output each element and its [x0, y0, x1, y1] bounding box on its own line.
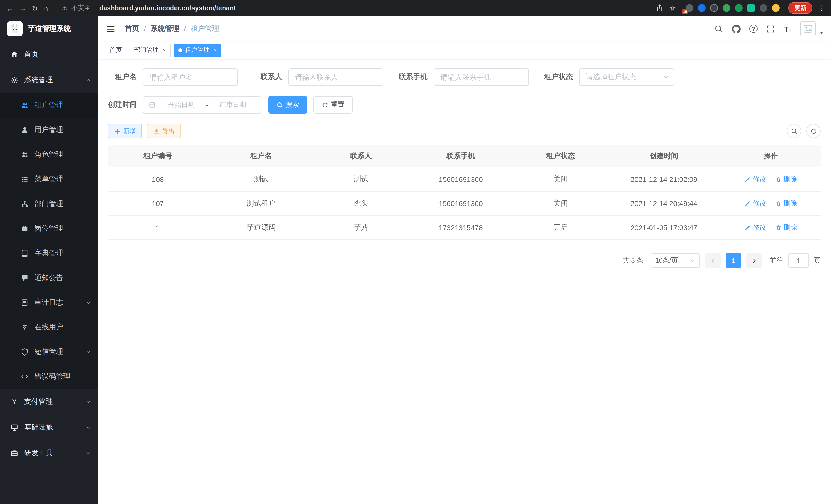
sidebar-item-system[interactable]: 系统管理 — [0, 67, 98, 93]
browser-extension-icon-1[interactable]: 10 — [686, 4, 693, 12]
browser-extension-icon-2[interactable] — [698, 4, 706, 12]
back-icon[interactable]: ← — [6, 4, 13, 11]
omnibox-divider — [95, 5, 95, 11]
table-row: 1 芋道源码 芋艿 17321315478 开启 2021-01-05 17:0… — [108, 215, 821, 240]
chevron-down-icon — [85, 450, 91, 456]
sidebar-item-home[interactable]: 首页 — [0, 41, 98, 67]
sidebar-item-menu[interactable]: 菜单管理 — [0, 167, 98, 191]
sidebar-item-dict[interactable]: 字典管理 — [0, 241, 98, 266]
delete-button[interactable]: 删除 — [775, 175, 797, 184]
avatar-caret-icon[interactable]: ▾ — [820, 30, 823, 36]
forward-icon[interactable]: → — [19, 4, 26, 11]
reset-button[interactable]: 重置 — [314, 96, 352, 114]
create-time-range-picker[interactable]: 开始日期 - 结束日期 — [143, 96, 261, 114]
fullscreen-icon[interactable] — [767, 24, 775, 33]
page-size-select[interactable]: 10条/页 — [651, 253, 700, 268]
toolbar-row: 新增 导出 — [108, 124, 821, 138]
breadcrumb-home[interactable]: 首页 — [125, 24, 139, 33]
browser-extension-icon-7[interactable] — [760, 4, 767, 12]
sidebar-item-role[interactable]: 角色管理 — [0, 142, 98, 167]
sidebar-item-online-user[interactable]: 在线用户 — [0, 315, 98, 339]
tab-close-icon[interactable]: × — [213, 47, 217, 53]
cell-status: 关闭 — [514, 167, 607, 191]
sidebar-item-notice[interactable]: 通知公告 — [0, 266, 98, 290]
help-icon[interactable]: ? — [749, 25, 758, 33]
sidebar-item-label: 在线用户 — [34, 323, 63, 332]
sidebar-collapse-icon[interactable] — [106, 24, 116, 34]
chevron-left-icon — [710, 258, 716, 263]
share-icon[interactable] — [656, 4, 664, 12]
tenant-name-input[interactable] — [143, 68, 238, 86]
next-page-button[interactable] — [746, 253, 762, 268]
prev-page-button[interactable] — [705, 253, 720, 268]
browser-extension-icon-4[interactable] — [722, 4, 730, 12]
sidebar-item-label: 支付管理 — [24, 397, 53, 406]
column-header-created: 创建时间 — [607, 145, 721, 167]
tab-dept[interactable]: 部门管理 × — [130, 43, 171, 57]
browser-update-button[interactable]: 更新 — [789, 2, 812, 14]
delete-button[interactable]: 删除 — [775, 223, 797, 232]
sidebar-item-user[interactable]: 用户管理 — [0, 118, 98, 142]
pagination-total: 共 3 条 — [623, 256, 643, 265]
edit-label: 修改 — [753, 199, 766, 208]
browser-extension-icon-6[interactable] — [747, 4, 755, 12]
phone-input[interactable] — [434, 68, 529, 86]
user-icon — [21, 126, 29, 134]
search-button[interactable]: 搜索 — [268, 96, 307, 114]
edit-button[interactable]: 修改 — [745, 175, 766, 184]
sidebar-item-dev-tools[interactable]: 研发工具 — [0, 440, 98, 466]
topbar-actions: ? TT ▾ — [715, 21, 823, 36]
status-select[interactable]: 请选择租户状态 — [579, 68, 674, 86]
search-icon[interactable] — [715, 24, 723, 33]
end-date-placeholder: 结束日期 — [210, 100, 255, 110]
reload-icon[interactable]: ↻ — [32, 4, 38, 11]
tab-home[interactable]: 首页 — [105, 43, 126, 57]
font-size-icon[interactable]: TT — [784, 24, 792, 33]
breadcrumb-system[interactable]: 系统管理 — [150, 24, 179, 33]
sidebar-item-error-code[interactable]: 错误码管理 — [0, 364, 98, 389]
edit-button[interactable]: 修改 — [745, 199, 766, 208]
bookmark-star-icon[interactable]: ☆ — [669, 4, 676, 11]
add-button[interactable]: 新增 — [108, 124, 142, 138]
sidebar-item-tenant[interactable]: 租户管理 — [0, 93, 98, 118]
filter-row-2: 创建时间 开始日期 - 结束日期 搜索 重置 — [108, 96, 821, 114]
browser-extension-icon-3[interactable] — [710, 4, 718, 12]
address-bar[interactable]: ⚠ 不安全 dashboard.yudao.iocoder.cn/system/… — [53, 4, 650, 12]
refresh-icon — [322, 101, 328, 108]
refresh-icon — [810, 128, 817, 135]
sidebar-item-dept[interactable]: 部门管理 — [0, 191, 98, 216]
sidebar-item-audit-log[interactable]: 审计日志 — [0, 290, 98, 315]
delete-button[interactable]: 删除 — [775, 199, 797, 208]
goto-page-input[interactable] — [789, 253, 809, 268]
cell-contact: 芋艿 — [315, 215, 407, 240]
github-icon[interactable] — [732, 24, 741, 33]
browser-chrome: ← → ↻ ⌂ ⚠ 不安全 dashboard.yudao.iocoder.cn… — [0, 0, 831, 16]
toggle-search-button[interactable] — [787, 124, 801, 138]
avatar[interactable] — [800, 21, 815, 36]
sidebar-item-infra[interactable]: 基础设施 — [0, 415, 98, 440]
active-dot — [178, 48, 182, 52]
sidebar-item-label: 角色管理 — [34, 150, 63, 159]
sidebar-item-post[interactable]: 岗位管理 — [0, 216, 98, 241]
browser-menu-icon[interactable]: ⋮ — [818, 4, 825, 12]
sidebar-submenu-system: 租户管理 用户管理 角色管理 菜单管理 部门管理 — [0, 93, 98, 389]
browser-extension-icon-5[interactable] — [735, 4, 743, 12]
app-logo-row[interactable]: 芋道管理系统 — [0, 16, 98, 41]
sidebar-item-pay[interactable]: ¥ 支付管理 — [0, 389, 98, 415]
cell-status: 关闭 — [514, 191, 607, 215]
edit-button[interactable]: 修改 — [745, 223, 766, 232]
sidebar-item-sms[interactable]: 短信管理 — [0, 339, 98, 364]
contact-label: 联系人 — [253, 72, 282, 82]
start-date-placeholder: 开始日期 — [159, 100, 204, 110]
menu-list-icon — [21, 175, 29, 183]
tab-tenant[interactable]: 租户管理 × — [174, 43, 222, 57]
tab-close-icon[interactable]: × — [163, 47, 166, 53]
browser-home-icon[interactable]: ⌂ — [44, 4, 48, 11]
browser-extension-icon-8[interactable] — [772, 4, 780, 12]
contact-input[interactable] — [288, 68, 383, 86]
export-button[interactable]: 导出 — [147, 124, 181, 138]
page-number-button[interactable]: 1 — [726, 253, 741, 268]
cell-name: 测试租户 — [208, 191, 315, 215]
refresh-table-button[interactable] — [806, 124, 821, 138]
edit-label: 修改 — [753, 175, 766, 184]
